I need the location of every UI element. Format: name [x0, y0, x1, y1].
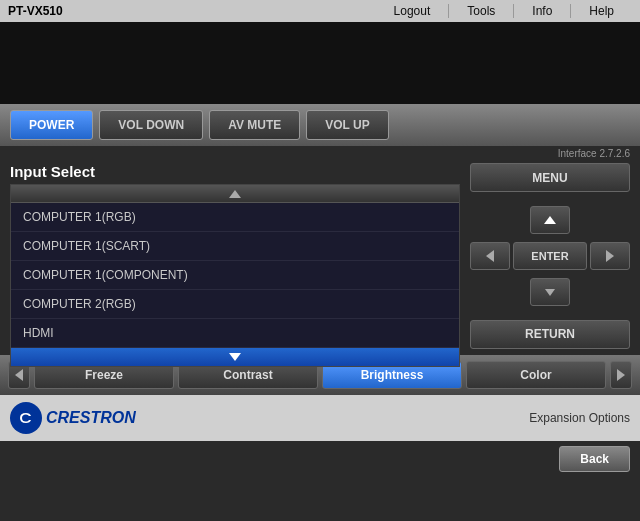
list-item[interactable]: COMPUTER 1(COMPONENT)	[11, 261, 459, 290]
right-arrow-icon	[606, 250, 614, 262]
dpad-down-button[interactable]	[530, 278, 570, 306]
list-item[interactable]: COMPUTER 1(SCART)	[11, 232, 459, 261]
left-arrow-icon	[486, 250, 494, 262]
enter-button[interactable]: ENTER	[513, 242, 587, 270]
footer: CRESTRON Expansion Options	[0, 395, 640, 441]
power-button[interactable]: POWER	[10, 110, 93, 140]
vol-down-button[interactable]: VOL DOWN	[99, 110, 203, 140]
list-item[interactable]: COMPUTER 2(RGB)	[11, 290, 459, 319]
logout-link[interactable]: Logout	[376, 4, 449, 18]
header-bar: PT-VX510 Logout Tools Info Help	[0, 0, 640, 22]
dpad-left-button[interactable]	[470, 242, 510, 270]
input-select-title: Input Select	[10, 159, 460, 184]
dpad-up-button[interactable]	[530, 206, 570, 234]
down-arrow-icon	[545, 289, 555, 296]
crestron-brand-text: CRESTRON	[46, 409, 136, 427]
controls-panel: MENU ENTER RETURN	[470, 159, 630, 349]
help-link[interactable]: Help	[570, 4, 632, 18]
info-link[interactable]: Info	[513, 4, 570, 18]
list-item[interactable]: HDMI	[11, 319, 459, 348]
input-list-container: COMPUTER 1(RGB) COMPUTER 1(SCART) COMPUT…	[10, 184, 460, 367]
func-scroll-right[interactable]	[610, 361, 632, 389]
av-mute-button[interactable]: AV MUTE	[209, 110, 300, 140]
crestron-logo: CRESTRON	[10, 402, 136, 434]
dpad-right-button[interactable]	[590, 242, 630, 270]
back-button[interactable]: Back	[559, 446, 630, 472]
input-select-panel: Input Select COMPUTER 1(RGB) COMPUTER 1(…	[10, 159, 460, 349]
interface-version: Interface 2.7.2.6	[0, 146, 640, 159]
scroll-up-icon	[229, 190, 241, 198]
left-scroll-icon	[15, 369, 23, 381]
right-scroll-icon	[617, 369, 625, 381]
main-content: Input Select COMPUTER 1(RGB) COMPUTER 1(…	[0, 159, 640, 349]
scroll-up-button[interactable]	[11, 185, 459, 203]
tools-link[interactable]: Tools	[448, 4, 513, 18]
svg-point-0	[15, 407, 37, 429]
scroll-down-icon	[229, 353, 241, 361]
action-bar: Back	[0, 441, 640, 477]
return-button[interactable]: RETURN	[470, 320, 630, 349]
color-button[interactable]: Color	[466, 361, 606, 389]
logo-icon	[10, 402, 42, 434]
nav-links: Logout Tools Info Help	[376, 4, 632, 18]
crestron-svg-icon	[14, 406, 38, 430]
app-title: PT-VX510	[8, 4, 376, 18]
menu-button[interactable]: MENU	[470, 163, 630, 192]
vol-up-button[interactable]: VOL UP	[306, 110, 388, 140]
expansion-options-link[interactable]: Expansion Options	[529, 411, 630, 425]
list-item[interactable]: COMPUTER 1(RGB)	[11, 203, 459, 232]
video-preview	[0, 22, 640, 104]
up-arrow-icon	[544, 216, 556, 224]
scroll-down-button[interactable]	[11, 348, 459, 366]
top-button-bar: POWER VOL DOWN AV MUTE VOL UP	[0, 104, 640, 146]
